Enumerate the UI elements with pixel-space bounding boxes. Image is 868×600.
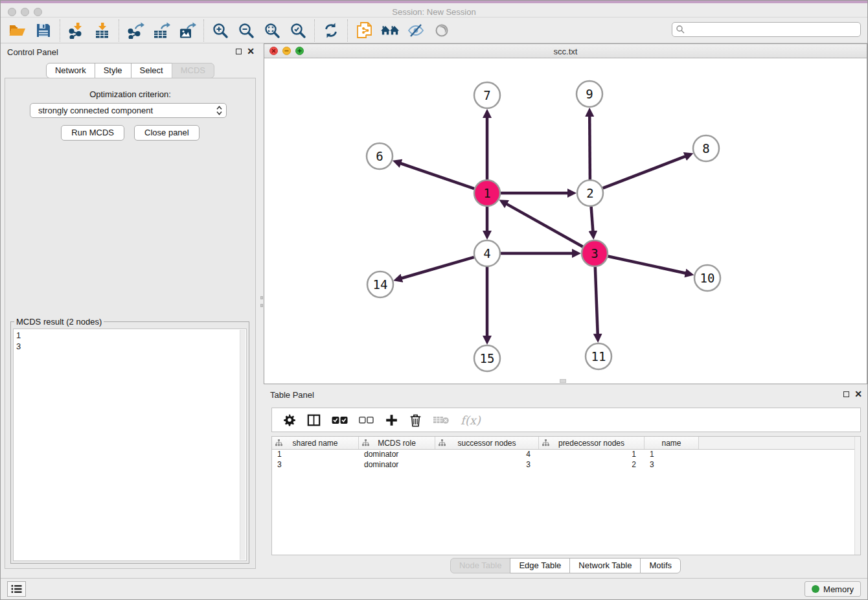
tab-node-table[interactable]: Node Table <box>450 558 511 573</box>
open-file-icon[interactable] <box>5 19 30 41</box>
table-toolbar: f(x) <box>271 408 861 432</box>
function-builder-icon[interactable]: f(x) <box>461 413 481 427</box>
export-table-icon[interactable] <box>148 19 174 41</box>
network-view-window: scc.txt 1234678910111415 <box>264 43 867 384</box>
cell-successor-nodes[interactable]: 3 <box>435 460 539 470</box>
splitter-grip[interactable] <box>260 304 263 307</box>
cell-predecessor-nodes[interactable]: 1 <box>539 450 645 460</box>
graph-edge-3-10[interactable] <box>608 257 686 273</box>
table-scrollbar[interactable] <box>854 437 860 555</box>
zoom-fit-icon[interactable] <box>259 19 285 41</box>
zoom-out-icon[interactable] <box>233 19 259 41</box>
result-scrollbar[interactable] <box>240 330 246 560</box>
splitter-grip[interactable] <box>260 296 263 299</box>
tab-network-table[interactable]: Network Table <box>569 558 641 573</box>
table-settings-icon[interactable] <box>283 413 296 426</box>
tab-mcds[interactable]: MCDS <box>172 63 214 78</box>
first-neighbors-icon[interactable] <box>377 19 403 41</box>
mcds-result-text[interactable]: 1 3 <box>13 329 247 561</box>
status-bar: Memory <box>1 578 867 599</box>
close-panel-icon[interactable]: ✕ <box>854 391 862 397</box>
graph-edge-4-14[interactable] <box>402 257 474 279</box>
horizontal-splitter-grip[interactable] <box>560 379 566 383</box>
import-network-icon[interactable] <box>63 19 89 41</box>
tab-select[interactable]: Select <box>131 63 172 78</box>
delete-table-icon[interactable] <box>433 415 450 425</box>
toolbar-separator <box>203 19 204 41</box>
chevron-up-down-icon <box>216 106 222 115</box>
graph-edge-2-3[interactable] <box>591 207 593 231</box>
zoom-in-icon[interactable] <box>207 19 233 41</box>
cell-shared-name[interactable]: 3 <box>272 460 359 470</box>
graph-node-label: 1 <box>483 186 490 200</box>
table-row[interactable]: 1 dominator 4 1 1 <box>272 450 860 460</box>
add-row-icon[interactable] <box>385 413 398 427</box>
column-view-icon[interactable] <box>307 414 321 426</box>
table-panel: Table Panel ✕ f(x) <box>264 386 867 578</box>
table-tabs: Node Table Edge Table Network Table Moti… <box>264 558 867 573</box>
deselect-all-icon[interactable] <box>359 417 374 424</box>
main-titlebar: Session: New Session <box>1 1 867 17</box>
column-header-shared-name[interactable]: shared name <box>272 437 359 449</box>
mcds-result-line: 3 <box>16 341 244 352</box>
toolbar-separator <box>314 19 315 41</box>
table-row[interactable]: 3 dominator 3 2 3 <box>272 460 860 470</box>
graph-edge-3-1[interactable] <box>507 204 583 247</box>
network-canvas[interactable]: 1234678910111415 <box>264 58 867 384</box>
optimization-criterion-select[interactable]: strongly connected component <box>30 103 227 118</box>
graph-edge-2-9[interactable] <box>589 116 590 179</box>
column-header-successor-nodes[interactable]: successor nodes <box>435 437 539 449</box>
network-view-title: scc.txt <box>264 47 867 56</box>
show-graphics-details-icon[interactable] <box>429 19 455 41</box>
close-panel-button[interactable]: Close panel <box>134 125 200 141</box>
clone-network-icon[interactable] <box>351 19 377 41</box>
mcds-result-title: MCDS result (2 nodes) <box>14 317 104 327</box>
graph-edge-1-6[interactable] <box>400 163 474 189</box>
cell-name[interactable]: 1 <box>645 450 699 460</box>
cell-successor-nodes[interactable]: 4 <box>435 450 539 460</box>
cell-predecessor-nodes[interactable]: 2 <box>539 460 645 470</box>
graph-node-label: 3 <box>591 246 598 260</box>
cell-mcds-role[interactable]: dominator <box>359 450 435 460</box>
select-all-icon[interactable] <box>332 416 348 424</box>
mcds-result-line: 1 <box>16 330 244 341</box>
network-canvas-svg[interactable]: 1234678910111415 <box>264 58 868 384</box>
save-session-icon[interactable] <box>30 19 56 41</box>
task-list-icon <box>11 584 22 594</box>
search-input[interactable] <box>685 24 860 36</box>
run-mcds-button[interactable]: Run MCDS <box>61 125 124 141</box>
column-header-predecessor-nodes[interactable]: predecessor nodes <box>539 437 645 449</box>
tab-style[interactable]: Style <box>95 63 131 78</box>
tab-motifs[interactable]: Motifs <box>640 558 681 573</box>
table-header-row: shared name MCDS role successor nodes pr… <box>272 437 860 450</box>
apply-layout-icon[interactable] <box>318 19 344 41</box>
export-image-icon[interactable] <box>174 19 200 41</box>
delete-row-icon[interactable] <box>409 413 422 427</box>
main-toolbar <box>1 17 867 43</box>
tab-edge-table[interactable]: Edge Table <box>510 558 570 573</box>
cell-shared-name[interactable]: 1 <box>272 450 359 460</box>
attribute-icon <box>439 439 446 446</box>
zoom-selected-icon[interactable] <box>285 19 311 41</box>
float-panel-icon[interactable] <box>843 391 849 397</box>
graph-edge-3-11[interactable] <box>595 267 598 334</box>
cell-mcds-role[interactable]: dominator <box>359 460 435 470</box>
memory-button[interactable]: Memory <box>805 581 861 597</box>
column-header-mcds-role[interactable]: MCDS role <box>359 437 435 449</box>
network-window-titlebar[interactable]: scc.txt <box>264 44 867 58</box>
graph-node-label: 9 <box>586 87 593 101</box>
export-network-icon[interactable] <box>122 19 148 41</box>
float-panel-icon[interactable] <box>236 49 242 54</box>
search-icon <box>676 25 685 34</box>
column-header-name[interactable]: name <box>645 437 699 449</box>
memory-label: Memory <box>823 584 854 594</box>
hide-graphics-icon[interactable] <box>403 19 429 41</box>
cell-name[interactable]: 3 <box>645 460 699 470</box>
graph-node-label: 10 <box>700 271 715 285</box>
import-table-icon[interactable] <box>89 19 115 41</box>
search-field[interactable] <box>672 22 861 37</box>
task-history-button[interactable] <box>7 581 26 597</box>
close-panel-icon[interactable]: ✕ <box>247 48 255 54</box>
tab-network[interactable]: Network <box>46 63 95 78</box>
graph-edge-2-8[interactable] <box>603 156 686 188</box>
